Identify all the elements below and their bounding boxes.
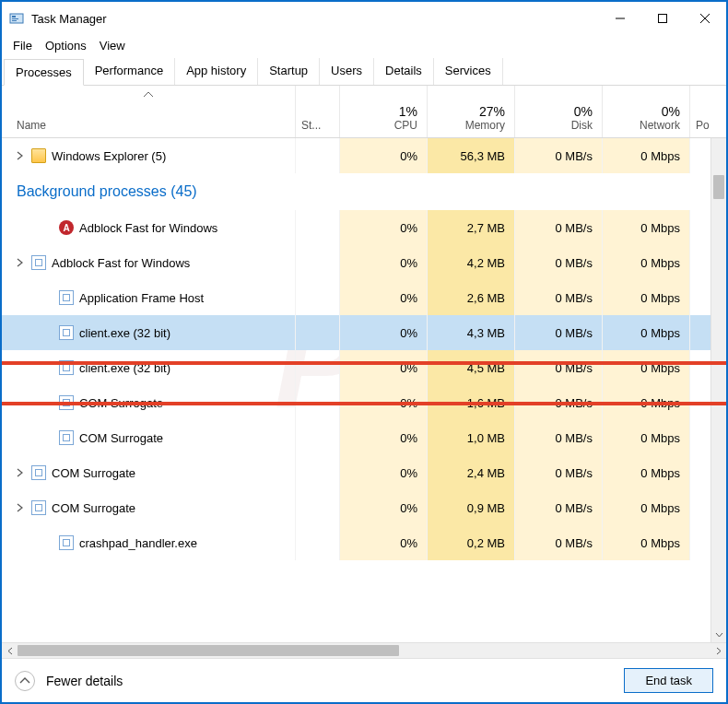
cell-cpu: 0% (340, 525, 428, 560)
process-name: Application Frame Host (79, 291, 204, 305)
cell-cpu: 0% (340, 420, 428, 455)
process-name: Windows Explorer (5) (52, 149, 166, 163)
cell-cpu: 0% (340, 350, 428, 385)
table-row[interactable]: COM Surrogate0%1,6 MB0 MB/s0 Mbps (2, 385, 726, 420)
col-status[interactable]: St... (296, 86, 340, 137)
process-icon (31, 500, 46, 515)
cell-disk: 0 MB/s (515, 455, 603, 490)
cell-network: 0 Mbps (603, 420, 690, 455)
cell-memory: 2,7 MB (428, 210, 515, 245)
col-power[interactable]: Po (690, 86, 726, 137)
window-title: Task Manager (31, 12, 599, 26)
cell-network: 0 Mbps (603, 280, 690, 315)
menu-options[interactable]: Options (40, 37, 92, 54)
scrollbar-track[interactable] (18, 643, 710, 658)
cell-network: 0 Mbps (603, 455, 690, 490)
cell-memory: 1,0 MB (428, 420, 515, 455)
cell-memory: 4,3 MB (428, 315, 515, 350)
tab-users[interactable]: Users (320, 58, 374, 85)
table-row[interactable]: Adblock Fast for Windows0%4,2 MB0 MB/s0 … (2, 245, 726, 280)
table-row[interactable]: COM Surrogate0%2,4 MB0 MB/s0 Mbps (2, 455, 726, 490)
menubar: File Options View (2, 35, 726, 58)
table-row[interactable]: Windows Explorer (5)0%56,3 MB0 MB/s0 Mbp… (2, 138, 726, 173)
tab-startup[interactable]: Startup (258, 58, 320, 85)
col-name-label: Name (17, 119, 46, 132)
memory-percent: 27% (479, 104, 505, 119)
cell-disk: 0 MB/s (515, 315, 603, 350)
svg-rect-3 (12, 20, 17, 21)
col-name[interactable]: Name (2, 86, 296, 137)
process-name: COM Surrogate (79, 396, 163, 410)
col-memory[interactable]: 27% Memory (428, 86, 515, 137)
process-icon (59, 290, 74, 305)
cell-network: 0 Mbps (603, 210, 690, 245)
menu-file[interactable]: File (7, 37, 38, 54)
cell-network: 0 Mbps (603, 490, 690, 525)
fewer-details-button[interactable] (15, 671, 35, 691)
tab-app-history[interactable]: App history (175, 58, 258, 85)
cell-disk: 0 MB/s (515, 350, 603, 385)
table-row[interactable]: client.exe (32 bit)0%4,5 MB0 MB/s0 Mbps (2, 350, 726, 385)
process-name: client.exe (32 bit) (79, 361, 170, 375)
col-network[interactable]: 0% Network (603, 86, 690, 137)
expand-icon[interactable] (13, 258, 26, 267)
tab-details[interactable]: Details (374, 58, 434, 85)
footer: Fewer details End task (2, 658, 726, 702)
process-table: PC Name St... 1% CPU 27% Memory 0% Disk … (2, 86, 726, 658)
network-label: Network (640, 119, 680, 132)
task-manager-window: Task Manager File Options View Processes… (0, 0, 728, 704)
table-header: Name St... 1% CPU 27% Memory 0% Disk 0% … (2, 86, 726, 138)
col-disk[interactable]: 0% Disk (515, 86, 603, 137)
cell-memory: 4,2 MB (428, 245, 515, 280)
horizontal-scrollbar[interactable] (2, 642, 726, 658)
vertical-scrollbar[interactable] (710, 138, 726, 642)
cell-memory: 4,5 MB (428, 350, 515, 385)
process-name: crashpad_handler.exe (79, 536, 197, 550)
menu-view[interactable]: View (94, 37, 131, 54)
table-row[interactable]: Application Frame Host0%2,6 MB0 MB/s0 Mb… (2, 280, 726, 315)
cell-disk: 0 MB/s (515, 138, 603, 173)
table-row[interactable]: client.exe (32 bit)0%4,3 MB0 MB/s0 Mbps (2, 315, 726, 350)
memory-label: Memory (465, 119, 505, 132)
process-icon (59, 535, 74, 550)
folder-icon (31, 148, 46, 163)
scroll-left-icon[interactable] (2, 647, 18, 655)
tab-services[interactable]: Services (434, 58, 503, 85)
table-row[interactable]: crashpad_handler.exe0%0,2 MB0 MB/s0 Mbps (2, 525, 726, 560)
process-name: Adblock Fast for Windows (52, 256, 190, 270)
scrollbar-thumb[interactable] (18, 645, 399, 656)
svg-rect-5 (659, 15, 667, 23)
cell-disk: 0 MB/s (515, 420, 603, 455)
expand-icon[interactable] (13, 151, 26, 160)
col-cpu[interactable]: 1% CPU (340, 86, 428, 137)
process-name: COM Surrogate (79, 431, 163, 445)
cpu-percent: 1% (399, 104, 417, 119)
table-row[interactable]: COM Surrogate0%0,9 MB0 MB/s0 Mbps (2, 490, 726, 525)
table-body: Windows Explorer (5)0%56,3 MB0 MB/s0 Mbp… (2, 138, 726, 642)
tab-performance[interactable]: Performance (84, 58, 175, 85)
col-status-label: St... (301, 119, 321, 132)
table-row[interactable]: COM Surrogate0%1,0 MB0 MB/s0 Mbps (2, 420, 726, 455)
process-icon (59, 395, 74, 410)
table-row[interactable]: Adblock Fast for Windows0%2,7 MB0 MB/s0 … (2, 210, 726, 245)
process-icon (59, 325, 74, 340)
cell-memory: 1,6 MB (428, 385, 515, 420)
cell-network: 0 Mbps (603, 525, 690, 560)
scrollbar-thumb[interactable] (713, 175, 724, 199)
close-button[interactable] (684, 2, 726, 35)
scroll-right-icon[interactable] (710, 647, 726, 655)
process-name: client.exe (32 bit) (79, 326, 170, 340)
window-controls (599, 2, 726, 35)
cell-cpu: 0% (340, 315, 428, 350)
minimize-button[interactable] (599, 2, 641, 35)
end-task-button[interactable]: End task (624, 668, 713, 693)
maximize-button[interactable] (641, 2, 684, 35)
tab-processes[interactable]: Processes (4, 59, 84, 86)
process-icon (31, 465, 46, 480)
scroll-down-icon[interactable] (711, 627, 726, 642)
svg-rect-2 (12, 18, 18, 19)
cell-network: 0 Mbps (603, 245, 690, 280)
expand-icon[interactable] (13, 468, 26, 477)
fewer-details-label[interactable]: Fewer details (46, 674, 613, 688)
expand-icon[interactable] (13, 503, 26, 512)
